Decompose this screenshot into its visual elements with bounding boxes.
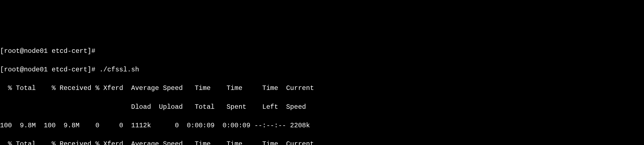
command-line: [root@node01 etcd-cert]# ./cfssl.sh [0, 65, 644, 74]
curl-progress-row: 100 9.8M 100 9.8M 0 0 1112k 0 0:00:09 0:… [0, 121, 644, 130]
curl-header: % Total % Received % Xferd Average Speed… [0, 139, 644, 145]
curl-subheader: Dload Upload Total Spent Left Speed [0, 102, 644, 112]
prompt-line: [root@node01 etcd-cert]# [0, 46, 644, 56]
terminal-output[interactable]: [root@node01 etcd-cert]# [root@node01 et… [0, 37, 644, 145]
curl-header: % Total % Received % Xferd Average Speed… [0, 84, 644, 93]
